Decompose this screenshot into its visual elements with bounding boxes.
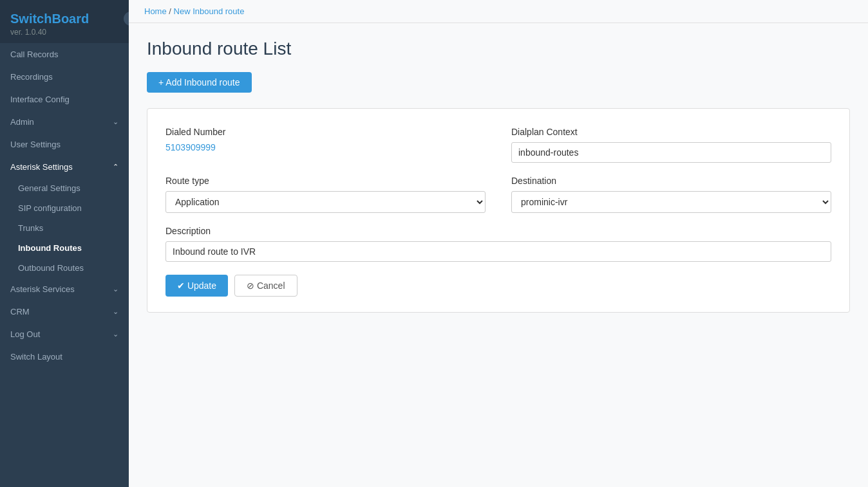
description-row: Description	[165, 226, 831, 262]
form-actions: ✔ Update ⊘ Cancel	[165, 275, 831, 297]
route-type-group: Route type Application Extension Queue I…	[165, 176, 486, 213]
sidebar-item-inbound-routes[interactable]: Inbound Routes	[0, 238, 129, 258]
dialplan-context-label: Dialplan Context	[511, 127, 831, 137]
dialplan-context-group: Dialplan Context	[511, 127, 831, 163]
inbound-route-form: Dialed Number 5103909999 Dialplan Contex…	[147, 108, 850, 313]
route-type-label: Route type	[165, 176, 486, 186]
destination-label: Destination	[511, 176, 831, 186]
sidebar-item-recordings[interactable]: Recordings	[0, 66, 129, 88]
sidebar-brand: SwitchBoard	[10, 12, 118, 26]
page-body: Inbound route List + Add Inbound route D…	[129, 23, 868, 328]
dialplan-context-input[interactable]	[511, 142, 831, 163]
chevron-down-icon-services: ⌄	[113, 285, 118, 293]
sidebar-item-crm[interactable]: CRM ⌄	[0, 300, 129, 323]
sidebar: SwitchBoard ver. 1.0.40 ‹ Call Records R…	[0, 0, 129, 487]
chevron-up-icon: ⌃	[113, 163, 118, 171]
page-title: Inbound route List	[147, 39, 850, 59]
breadcrumb: Home / New Inbound route	[129, 0, 868, 23]
sidebar-item-call-records[interactable]: Call Records	[0, 43, 129, 66]
sidebar-item-asterisk-settings[interactable]: Asterisk Settings ⌃	[0, 156, 129, 178]
form-row-2: Route type Application Extension Queue I…	[165, 176, 831, 213]
sidebar-item-log-out[interactable]: Log Out ⌄	[0, 323, 129, 345]
update-button[interactable]: ✔ Update	[165, 275, 228, 297]
breadcrumb-separator: /	[169, 6, 171, 16]
sidebar-item-general-settings[interactable]: General Settings	[0, 178, 129, 198]
sidebar-item-outbound-routes[interactable]: Outbound Routes	[0, 258, 129, 278]
breadcrumb-current[interactable]: New Inbound route	[174, 6, 245, 16]
description-group: Description	[165, 226, 831, 262]
main-content: Home / New Inbound route Inbound route L…	[129, 0, 868, 487]
sidebar-item-admin[interactable]: Admin ⌄	[0, 111, 129, 133]
chevron-down-icon-crm: ⌄	[113, 308, 118, 316]
route-type-select[interactable]: Application Extension Queue IVR	[165, 191, 486, 213]
dialed-number-label: Dialed Number	[165, 127, 486, 137]
form-row-1: Dialed Number 5103909999 Dialplan Contex…	[165, 127, 831, 163]
chevron-down-icon-logout: ⌄	[113, 330, 118, 338]
chevron-down-icon: ⌄	[113, 118, 118, 126]
description-input[interactable]	[165, 241, 831, 262]
cancel-button[interactable]: ⊘ Cancel	[234, 275, 297, 297]
sidebar-header: SwitchBoard ver. 1.0.40	[0, 0, 129, 43]
sidebar-item-trunks[interactable]: Trunks	[0, 218, 129, 238]
add-inbound-route-button[interactable]: + Add Inbound route	[147, 72, 252, 93]
sidebar-version: ver. 1.0.40	[10, 28, 118, 37]
destination-select[interactable]: prominic-ivr other-ivr	[511, 191, 831, 213]
sidebar-item-user-settings[interactable]: User Settings	[0, 133, 129, 156]
breadcrumb-home[interactable]: Home	[144, 6, 167, 16]
description-label: Description	[165, 226, 831, 236]
sidebar-item-asterisk-services[interactable]: Asterisk Services ⌄	[0, 278, 129, 300]
sidebar-item-sip-configuration[interactable]: SIP configuration	[0, 198, 129, 218]
sidebar-item-switch-layout[interactable]: Switch Layout	[0, 345, 129, 368]
dialed-number-group: Dialed Number 5103909999	[165, 127, 486, 163]
dialed-number-value: 5103909999	[165, 142, 486, 152]
sidebar-item-interface-config[interactable]: Interface Config	[0, 88, 129, 111]
destination-group: Destination prominic-ivr other-ivr	[511, 176, 831, 213]
